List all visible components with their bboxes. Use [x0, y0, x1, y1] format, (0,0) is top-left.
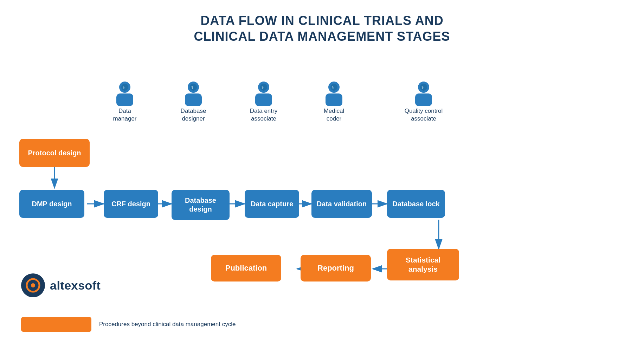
person-icon-quality-control: ⚕: [412, 81, 435, 107]
logo-area: altexsoft: [21, 273, 101, 297]
person-quality-control: ⚕ Quality controlassociate: [385, 81, 462, 123]
logo-text: altexsoft: [50, 279, 101, 292]
svg-text:⚕: ⚕: [262, 85, 264, 90]
person-data-entry: ⚕ Data entryassociate: [230, 81, 297, 123]
person-label-medical-coder: Medicalcoder: [324, 107, 344, 123]
person-label-database-designer: Databasedesigner: [181, 107, 206, 123]
person-label-data-manager: Datamanager: [113, 107, 136, 123]
page-title: DATA FLOW IN CLINICAL TRIALS AND CLINICA…: [0, 0, 644, 48]
person-icon-database-designer: ⚕: [182, 81, 205, 107]
person-database-designer: ⚕ Databasedesigner: [160, 81, 227, 123]
svg-text:⚕: ⚕: [421, 85, 424, 90]
svg-point-31: [31, 283, 35, 287]
person-label-quality-control: Quality controlassociate: [405, 107, 443, 123]
data-validation-box: Data validation: [311, 190, 372, 218]
logo-svg: [25, 278, 41, 293]
reporting-box: Reporting: [301, 255, 371, 281]
person-data-manager: ⚕ Datamanager: [91, 81, 158, 123]
main-container: DATA FLOW IN CLINICAL TRIALS AND CLINICA…: [0, 0, 644, 343]
person-icon-data-entry: ⚕: [252, 81, 275, 107]
svg-text:⚕: ⚕: [332, 85, 334, 90]
statistical-analysis-box: Statistical analysis: [387, 249, 459, 280]
svg-rect-29: [415, 93, 432, 106]
svg-rect-25: [326, 93, 342, 106]
person-label-data-entry: Data entryassociate: [250, 107, 277, 123]
logo-icon: [21, 273, 45, 297]
protocol-design-box: Protocol design: [19, 139, 90, 167]
title-line1: DATA FLOW IN CLINICAL TRIALS AND CLINICA…: [0, 13, 644, 44]
svg-rect-13: [116, 93, 133, 106]
database-design-box: Database design: [172, 190, 230, 220]
legend-color-box: [21, 317, 91, 332]
svg-rect-17: [185, 93, 202, 106]
legend: Procedures beyond clinical data manageme…: [21, 317, 236, 332]
legend-label: Procedures beyond clinical data manageme…: [99, 321, 236, 328]
svg-text:⚕: ⚕: [191, 85, 194, 90]
data-capture-box: Data capture: [245, 190, 299, 218]
person-icon-medical-coder: ⚕: [323, 81, 346, 107]
database-lock-box: Database lock: [387, 190, 445, 218]
svg-rect-21: [255, 93, 272, 106]
dmp-design-box: DMP design: [19, 190, 84, 218]
person-medical-coder: ⚕ Medicalcoder: [301, 81, 367, 123]
crf-design-box: CRF design: [104, 190, 158, 218]
publication-box: Publication: [211, 255, 281, 281]
person-icon-data-manager: ⚕: [114, 81, 136, 107]
svg-text:⚕: ⚕: [123, 85, 125, 90]
